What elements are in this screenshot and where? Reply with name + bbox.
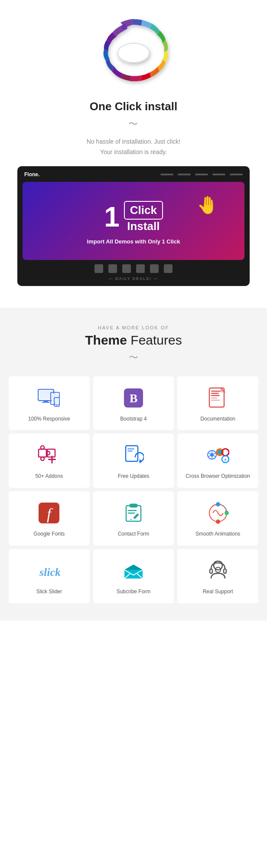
nav-dot — [212, 174, 225, 175]
demo-click: Click — [124, 201, 163, 220]
svg-rect-16 — [211, 393, 219, 394]
svg-rect-5 — [42, 402, 50, 403]
bootstrap-icon: B — [122, 387, 145, 409]
feature-label-slick-slider: Slick Slider — [36, 588, 62, 595]
demo-click-install: Click Install — [124, 201, 163, 233]
feature-label-google-fonts: Google Fonts — [33, 530, 65, 538]
svg-rect-49 — [128, 513, 135, 514]
install-title: One Click install — [9, 100, 258, 113]
demo-bottom-icon — [164, 264, 173, 273]
svg-point-53 — [216, 502, 220, 506]
hand-icon: 🤚 — [197, 195, 218, 215]
feature-smooth-animations: Smooth Animations — [177, 491, 258, 546]
nav-dot — [195, 174, 208, 175]
free-updates-icon — [122, 444, 145, 467]
demo-daily-deals: — DAILY DEALS! — — [23, 276, 244, 281]
feature-addons: 50+ Addons — [9, 434, 90, 488]
svg-rect-4 — [44, 401, 48, 402]
svg-rect-19 — [211, 400, 220, 401]
feature-google-fonts: f Google Fonts — [9, 491, 90, 546]
svg-rect-18 — [211, 398, 217, 398]
demo-bottom-icon — [122, 264, 131, 273]
color-ring-image — [86, 17, 181, 87]
feature-slick-slider: slick Slick Slider — [9, 549, 90, 603]
svg-rect-10 — [55, 399, 59, 404]
real-support-icon — [207, 559, 229, 582]
feature-label-responsive: 100% Responsive — [28, 415, 70, 423]
install-divider: 〜 — [9, 118, 258, 131]
svg-rect-27 — [126, 446, 138, 461]
svg-rect-17 — [211, 395, 220, 396]
svg-rect-28 — [127, 448, 134, 450]
demo-screen: Flone. 1 Click Install 🤚 Import All Demo… — [17, 166, 250, 286]
demo-banner: 1 Click Install 🤚 Import All Demos with … — [23, 182, 244, 260]
nav-dot — [230, 174, 243, 175]
feature-label-free-updates: Free Updates — [118, 473, 150, 480]
responsive-icon — [38, 387, 60, 409]
feature-bootstrap: B Bootstrap 4 — [93, 376, 174, 431]
feature-real-support: Real Support — [177, 549, 258, 603]
nav-dot — [178, 174, 191, 175]
feature-label-addons: 50+ Addons — [35, 473, 63, 480]
svg-marker-51 — [130, 519, 132, 520]
svg-point-40 — [224, 450, 227, 454]
svg-rect-60 — [224, 569, 226, 573]
feature-label-smooth-animations: Smooth Animations — [195, 530, 240, 538]
feature-contact-form: Contact Form — [93, 491, 174, 546]
feature-label-real-support: Real Support — [203, 588, 233, 595]
feature-label-contact-form: Contact Form — [118, 530, 150, 538]
svg-rect-22 — [41, 457, 44, 460]
google-fonts-icon: f — [38, 502, 60, 524]
feature-responsive: 100% Responsive — [9, 376, 90, 431]
demo-install: Install — [124, 220, 163, 233]
features-title: Theme Features — [9, 333, 258, 348]
svg-rect-59 — [210, 569, 212, 573]
demo-nav — [160, 174, 243, 175]
subscribe-form-icon — [122, 559, 145, 582]
features-divider: 〜 — [9, 351, 258, 364]
install-description: No hassle of installation. Just click! Y… — [9, 137, 258, 158]
svg-point-38 — [219, 451, 221, 453]
svg-point-55 — [216, 519, 220, 524]
feature-subscribe-form: Subcribe Form — [93, 549, 174, 603]
demo-bottom-icon — [136, 264, 145, 273]
svg-text:e: e — [224, 457, 226, 462]
svg-rect-20 — [39, 449, 46, 457]
svg-rect-46 — [130, 504, 137, 507]
addons-icon — [38, 444, 60, 467]
features-section: HAVE A MORE LOOK OF Theme Features 〜 — [0, 308, 267, 621]
install-section: One Click install 〜 No hassle of install… — [0, 0, 267, 295]
documentation-icon — [207, 387, 229, 409]
feature-label-documentation: Documentation — [200, 415, 235, 423]
nav-dot — [160, 174, 173, 175]
cross-browser-icon: e — [207, 444, 229, 467]
demo-bottom-icon — [94, 264, 103, 273]
demo-logo: Flone. — [24, 171, 39, 178]
demo-number: 1 — [104, 203, 120, 231]
svg-rect-24 — [47, 449, 55, 457]
feature-cross-browser: e Cross Browser Optimization — [177, 434, 258, 488]
svg-rect-29 — [127, 450, 133, 452]
demo-bottom-bar — [23, 264, 244, 273]
svg-rect-48 — [128, 510, 137, 511]
svg-rect-50 — [133, 513, 139, 519]
demo-topbar: Flone. — [23, 171, 244, 178]
svg-rect-26 — [52, 456, 53, 464]
feature-free-updates: Free Updates — [93, 434, 174, 488]
feature-label-subscribe-form: Subcribe Form — [117, 588, 151, 595]
feature-label-cross-browser: Cross Browser Optimization — [186, 473, 250, 480]
features-grid: 100% Responsive B Bootstrap 4 — [9, 376, 258, 603]
feature-documentation: Documentation — [177, 376, 258, 431]
svg-rect-15 — [211, 391, 221, 392]
demo-bottom-icon — [150, 264, 159, 273]
smooth-animations-icon — [207, 502, 229, 524]
svg-text:B: B — [130, 391, 138, 405]
svg-marker-30 — [140, 459, 142, 464]
svg-rect-21 — [41, 446, 44, 449]
demo-banner-content: 1 Click Install 🤚 — [104, 201, 163, 233]
slick-slider-icon: slick — [38, 559, 60, 582]
features-eyebrow: HAVE A MORE LOOK OF — [9, 325, 258, 330]
demo-bottom-icon — [108, 264, 117, 273]
demo-subtitle: Import All Demos with Only 1 Click — [87, 238, 180, 245]
contact-form-icon — [122, 502, 145, 524]
